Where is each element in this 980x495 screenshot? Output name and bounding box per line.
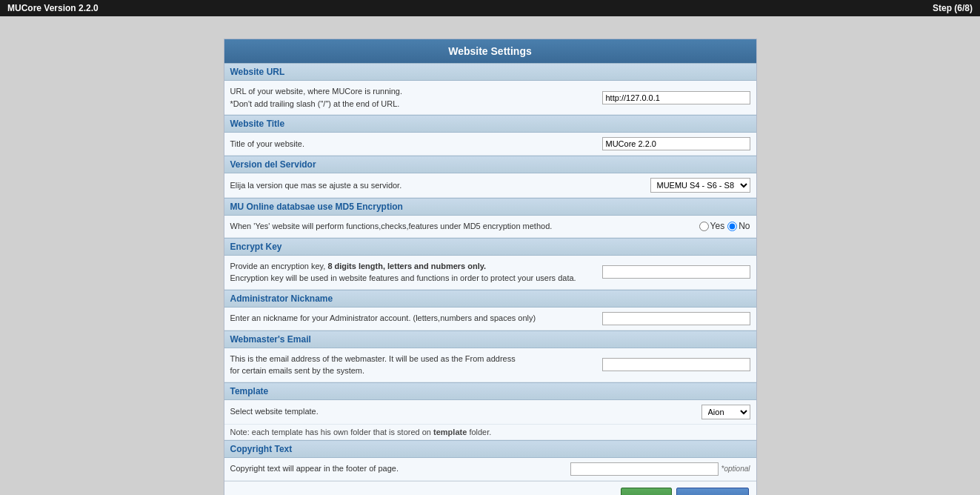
admin-nickname-input-wrapper xyxy=(602,312,750,325)
md5-row: When 'Yes' website will perform function… xyxy=(224,216,756,238)
template-row: Select website template. Aion Default Cl… xyxy=(224,400,756,425)
next-step-button[interactable]: Next Step xyxy=(676,488,749,496)
md5-desc: When 'Yes' website will perform function… xyxy=(230,220,699,233)
app-version: MUCore Version 2.2.0 xyxy=(7,3,99,13)
page-wrapper: Website Settings Website URL URL of your… xyxy=(0,16,980,495)
encrypt-key-desc: Provide an encryption key, 8 digits leng… xyxy=(230,260,602,285)
copyright-input-wrapper: *optional xyxy=(570,462,750,476)
website-title-desc: Title of your website. xyxy=(230,138,602,150)
md5-yes-radio[interactable] xyxy=(699,222,709,231)
version-desc: Elija la version que mas se ajuste a su … xyxy=(230,179,650,192)
template-note-row: Note: each template has his own folder t… xyxy=(224,425,756,440)
encrypt-key-input[interactable] xyxy=(602,265,750,279)
website-title-row: Title of your website. xyxy=(224,133,756,156)
main-panel: Website Settings Website URL URL of your… xyxy=(224,39,757,495)
website-url-input-wrapper xyxy=(602,91,750,104)
step-indicator: Step (6/8) xyxy=(933,3,973,13)
webmaster-email-input-wrapper xyxy=(602,358,750,371)
section-header-webmaster-email: Webmaster's Email xyxy=(224,330,756,348)
encrypt-key-input-wrapper xyxy=(602,265,750,279)
webmaster-email-input[interactable] xyxy=(602,358,750,371)
admin-nickname-input[interactable] xyxy=(602,312,750,325)
encrypt-key-row: Provide an encryption key, 8 digits leng… xyxy=(224,256,756,290)
webmaster-email-desc: This is the email address of the webmast… xyxy=(230,353,602,377)
section-header-md5: MU Online databsae use MD5 Encryption xyxy=(224,198,756,216)
section-header-website-url: Website URL xyxy=(224,63,756,81)
md5-no-radio[interactable] xyxy=(727,222,737,231)
top-bar: MUCore Version 2.2.0 Step (6/8) xyxy=(0,0,980,16)
version-select-wrapper: MUEMU S4 - S6 - S8 MUEMU S2 - S3 MUEMU S… xyxy=(650,178,750,193)
webmaster-email-row: This is the email address of the webmast… xyxy=(224,348,756,382)
template-select[interactable]: Aion Default Classic xyxy=(701,405,750,419)
website-url-desc: URL of your website, where MUCore is run… xyxy=(230,85,602,110)
optional-label: *optional xyxy=(721,465,750,473)
md5-no-label[interactable]: No xyxy=(727,221,750,231)
panel-title: Website Settings xyxy=(224,39,756,63)
copyright-input[interactable] xyxy=(570,462,719,476)
status-row: Step 5 Status: Please complete fields an… xyxy=(224,481,756,496)
website-title-input-wrapper xyxy=(602,137,750,150)
copyright-desc: Copyright text will appear in the footer… xyxy=(230,462,570,475)
admin-nickname-desc: Enter an nickname for your Administrator… xyxy=(230,312,602,325)
section-header-copyright: Copyright Text xyxy=(224,440,756,458)
website-url-input[interactable] xyxy=(602,91,750,104)
section-header-admin-nickname: Administrator Nickname xyxy=(224,290,756,308)
md5-yes-label[interactable]: Yes xyxy=(699,221,725,231)
website-url-row: URL of your website, where MUCore is run… xyxy=(224,81,756,115)
section-header-encrypt-key: Encrypt Key xyxy=(224,238,756,256)
copyright-row: Copyright text will appear in the footer… xyxy=(224,458,756,481)
md5-radio-group: Yes No xyxy=(699,221,750,231)
version-select[interactable]: MUEMU S4 - S6 - S8 MUEMU S2 - S3 MUEMU S… xyxy=(650,178,750,193)
footer-buttons: Save Next Step xyxy=(621,488,748,496)
md5-radio-wrapper: Yes No xyxy=(699,221,750,231)
version-row: Elija la version que mas se ajuste a su … xyxy=(224,173,756,198)
save-button[interactable]: Save xyxy=(621,488,671,496)
admin-nickname-row: Enter an nickname for your Administrator… xyxy=(224,308,756,330)
section-header-template: Template xyxy=(224,382,756,400)
template-select-wrapper: Aion Default Classic xyxy=(701,405,750,419)
section-header-version: Version del Servidor xyxy=(224,156,756,173)
section-header-website-title: Website Title xyxy=(224,115,756,133)
website-title-input[interactable] xyxy=(602,137,750,150)
template-desc: Select website template. xyxy=(230,405,701,418)
